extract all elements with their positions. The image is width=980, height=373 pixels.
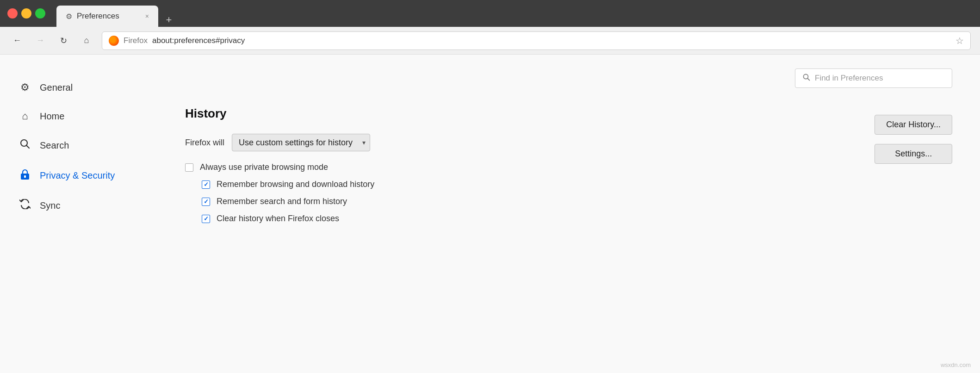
title-bar: ⚙ Preferences × + [0,0,980,27]
sidebar-item-home[interactable]: ⌂ Home [0,102,157,131]
history-section: History Firefox will Remember history Ne… [185,106,952,224]
sidebar-item-label: Search [40,140,69,151]
svg-line-1 [27,146,30,149]
sidebar-item-general[interactable]: ⚙ General [0,73,157,102]
firefox-will-label: Firefox will [185,138,224,148]
sidebar: ⚙ General ⌂ Home Search [0,55,157,373]
sidebar-item-label: Home [40,111,64,122]
tab-bar: ⚙ Preferences × + [56,0,176,27]
sidebar-item-label: Sync [40,200,60,211]
history-select[interactable]: Remember history Never remember history … [232,134,370,151]
nav-bar: ← → ↻ ⌂ Firefox about:preferences#privac… [0,27,980,55]
close-window-button[interactable] [7,8,18,19]
address-bar[interactable]: Firefox about:preferences#privacy ☆ [102,31,971,50]
maximize-window-button[interactable] [35,8,45,19]
search-history-label: Remember search and form history [217,197,347,206]
lock-icon [19,168,31,182]
sidebar-item-label: General [40,82,73,93]
minimize-window-button[interactable] [21,8,31,19]
checkbox-row-search-history: Remember search and form history [202,197,952,206]
find-in-preferences-input[interactable]: Find in Preferences [795,68,952,88]
browse-history-label: Remember browsing and download history [217,180,374,189]
home-icon: ⌂ [19,110,31,122]
home-button[interactable]: ⌂ [79,33,94,49]
browse-history-checkbox[interactable] [202,180,210,189]
history-row: Firefox will Remember history Never reme… [185,134,952,151]
sidebar-item-search[interactable]: Search [0,131,157,160]
traffic-lights [7,8,45,19]
firefox-logo-icon [109,36,119,46]
svg-rect-3 [24,175,26,178]
sidebar-item-sync[interactable]: Sync [0,191,157,220]
footer-text: wsxdn.com [941,361,971,368]
refresh-button[interactable]: ↻ [56,33,71,49]
sidebar-item-privacy[interactable]: Privacy & Security [0,160,157,191]
gear-icon: ⚙ [66,12,72,21]
section-title: History [185,106,952,121]
checkbox-row-clear-on-close: Clear history when Firefox closes [202,214,952,224]
clear-history-button[interactable]: Clear History... [875,115,952,135]
find-search-icon [803,74,810,83]
search-icon [19,139,31,152]
clear-on-close-label: Clear history when Firefox closes [217,214,339,224]
history-select-wrapper: Remember history Never remember history … [232,134,370,151]
search-box-wrapper: Find in Preferences [185,68,952,88]
gear-icon: ⚙ [19,81,31,93]
private-mode-checkbox[interactable] [185,163,193,172]
find-in-preferences-placeholder: Find in Preferences [815,74,883,83]
private-mode-label: Always use private browsing mode [200,162,328,172]
address-text: about:preferences#privacy [152,36,245,45]
checkbox-row-private-mode: Always use private browsing mode [185,162,952,172]
content-area: Find in Preferences History Firefox will… [157,55,980,373]
new-tab-button[interactable]: + [162,13,176,27]
main-container: ⚙ General ⌂ Home Search [0,55,980,373]
preferences-tab[interactable]: ⚙ Preferences × [56,6,158,27]
svg-line-5 [808,79,810,81]
checkbox-row-browse-history: Remember browsing and download history [202,180,952,189]
forward-button[interactable]: → [32,33,48,49]
clear-on-close-checkbox[interactable] [202,215,210,223]
settings-button[interactable]: Settings... [875,144,952,164]
sidebar-item-label: Privacy & Security [40,170,115,181]
back-button[interactable]: ← [9,33,25,49]
sync-icon [19,199,31,212]
action-buttons: Clear History... Settings... [875,115,952,164]
bookmark-button[interactable]: ☆ [955,35,964,46]
search-history-checkbox[interactable] [202,198,210,206]
tab-close-button[interactable]: × [145,12,149,20]
tab-title: Preferences [77,12,119,21]
firefox-label: Firefox [124,36,148,45]
